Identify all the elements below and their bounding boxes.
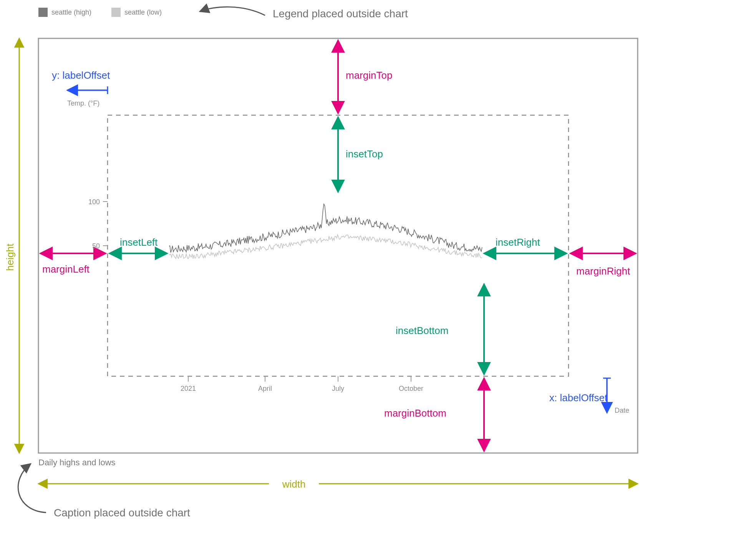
- x-axis: 2021 April July October: [181, 376, 423, 392]
- inset-top-label: insetTop: [346, 148, 383, 160]
- series-low-line: [169, 235, 482, 259]
- legend-outside-note: Legend placed outside chart: [273, 8, 408, 20]
- margin-top-label: marginTop: [346, 69, 392, 81]
- y-tick-100: 100: [88, 198, 100, 206]
- x-tick-july: July: [332, 385, 344, 392]
- x-tick-2021: 2021: [181, 385, 196, 392]
- height-dim-label: height: [4, 243, 16, 271]
- x-tick-april: April: [258, 385, 272, 392]
- x-tick-october: October: [399, 385, 423, 392]
- x-axis-label: Date: [615, 407, 629, 414]
- y-axis: 100 50: [88, 198, 108, 250]
- inset-bottom-label: insetBottom: [396, 325, 448, 336]
- legend: seattle (high) seattle (low): [38, 8, 162, 17]
- margin-bottom-label: marginBottom: [384, 407, 446, 419]
- margin-left-label: marginLeft: [42, 263, 90, 275]
- inset-right-label: insetRight: [496, 236, 540, 248]
- legend-outside-arrow: [200, 7, 265, 15]
- margin-right-label: marginRight: [576, 265, 630, 277]
- y-axis-label: Temp. (°F): [67, 99, 99, 107]
- layout-diagram: seattle (high) seattle (low) Legend plac…: [0, 0, 756, 549]
- legend-swatch-low: [111, 8, 121, 17]
- caption-outside-note: Caption placed outside chart: [54, 507, 190, 519]
- x-label-offset: x: labelOffset: [549, 392, 608, 403]
- y-label-offset: y: labelOffset: [52, 69, 110, 81]
- legend-swatch-high: [38, 8, 48, 17]
- width-dim-label: width: [282, 478, 306, 490]
- caption-text: Daily highs and lows: [38, 458, 116, 467]
- legend-label-low: seattle (low): [124, 8, 162, 16]
- y-tick-50: 50: [92, 242, 100, 250]
- legend-label-high: seattle (high): [51, 8, 91, 16]
- caption-outside-arrow: [18, 464, 46, 513]
- series-high-line: [169, 204, 482, 253]
- inset-left-label: insetLeft: [120, 236, 158, 248]
